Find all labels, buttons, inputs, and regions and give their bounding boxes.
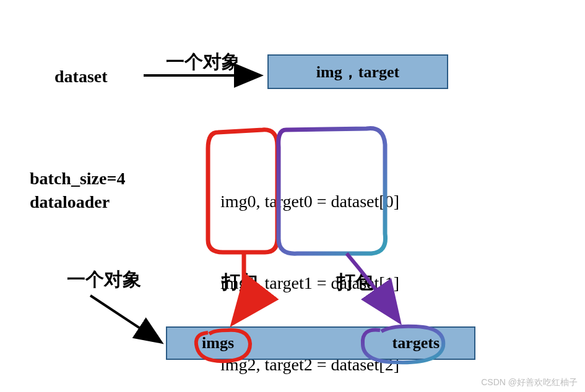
dataset-label: dataset xyxy=(54,67,108,87)
batchsize-l2: dataloader xyxy=(30,192,110,211)
watermark: CSDN @好善欢吃红柚子 xyxy=(481,377,578,388)
box-bottom: imgs targets xyxy=(166,326,475,360)
arrow1-label: 一个对象 xyxy=(166,49,240,75)
code-line-0: img0, target0 = dataset[0] xyxy=(220,188,399,215)
arrow2-label: 一个对象 xyxy=(67,267,141,292)
box-bottom-targets: targets xyxy=(392,334,440,352)
pack-left-label: 打包 xyxy=(222,270,259,295)
box-bottom-imgs: imgs xyxy=(202,334,234,352)
box-img-target-text: img，target xyxy=(316,61,399,83)
batchsize-l1: batch_size=4 xyxy=(30,169,125,188)
batchsize-label: batch_size=4 dataloader xyxy=(30,167,125,214)
arrow-dataloader-to-box xyxy=(90,296,160,341)
pack-right-label: 打包 xyxy=(337,270,374,295)
box-img-target: img，target xyxy=(267,54,448,89)
